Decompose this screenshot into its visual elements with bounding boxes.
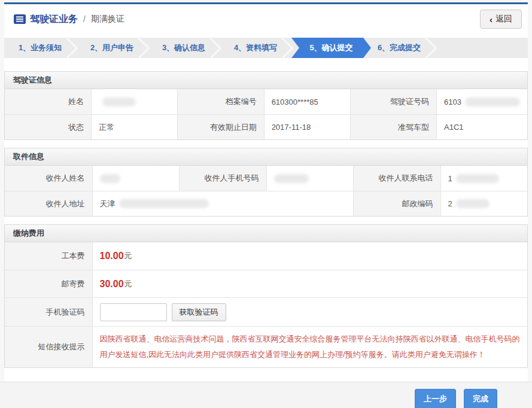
field-value-mail-fee: 30.00元	[92, 270, 528, 297]
field-label-license-number: 驾驶证号码	[350, 89, 436, 114]
step-2-user-declaration[interactable]: 2、用户申告	[76, 38, 148, 58]
footer-actions: 上一步 完成	[0, 382, 532, 408]
field-label-recipient-mobile: 收件人手机号码	[179, 166, 266, 191]
step-label: 6、完成提交	[378, 42, 421, 53]
previous-step-button[interactable]: 上一步	[415, 389, 456, 408]
step-6-complete-submit[interactable]: 6、完成提交	[363, 38, 435, 58]
step-label: 3、确认信息	[162, 42, 205, 53]
field-label-postal-code: 邮政编码	[353, 191, 440, 216]
field-value-recipient-mobile	[266, 166, 354, 191]
field-value-recipient-name	[92, 166, 180, 191]
redacted-value	[465, 98, 520, 106]
redacted-value	[456, 174, 499, 183]
section-title-pickup: 取件信息	[5, 148, 527, 166]
back-button-label: 返回	[495, 14, 512, 25]
step-label: 5、确认提交	[309, 42, 352, 53]
sms-code-input[interactable]	[100, 303, 167, 321]
field-value-file-number: 610300****85	[264, 89, 350, 114]
field-value-status: 正常	[91, 114, 177, 139]
section-license-info: 驾驶证信息 姓名 档案编号 610300****85 驾驶证号码 6103 状态…	[4, 71, 528, 140]
step-label: 2、用户申告	[90, 42, 133, 53]
value-text: 6103	[444, 98, 461, 106]
step-label: 1、业务须知	[19, 42, 62, 53]
field-label-file-number: 档案编号	[177, 89, 263, 114]
section-title-license: 驾驶证信息	[5, 72, 527, 89]
step-1-business-notice[interactable]: 1、业务须知	[4, 38, 76, 58]
field-label-expiry-date: 有效期止日期	[177, 114, 263, 139]
value-text: 610300****85	[272, 98, 318, 106]
breadcrumb-separator: /	[83, 14, 86, 24]
step-4-fill-data[interactable]: 4、资料填写	[220, 38, 291, 58]
redacted-value	[102, 98, 136, 106]
redacted-value	[456, 199, 490, 208]
field-value-vehicle-class: A1C1	[436, 114, 527, 139]
value-text: 2017-11-18	[272, 123, 311, 132]
field-sms-code: 获取验证码	[92, 297, 528, 326]
field-label-recipient-name: 收件人姓名	[5, 166, 92, 191]
field-label-sms-notice: 短信接收提示	[5, 326, 92, 367]
field-value-expiry-date: 2017-11-18	[264, 114, 350, 139]
section-pickup-info: 取件信息 收件人姓名 收件人手机号码 收件人联系电话 1 收件人地址 天津 邮政…	[4, 148, 528, 217]
field-label-recipient-address: 收件人地址	[5, 191, 92, 216]
value-text: 1	[448, 174, 452, 183]
work-fee-unit: 元	[124, 251, 132, 261]
work-fee-amount: 10.00	[100, 251, 124, 261]
field-label-recipient-phone: 收件人联系电话	[353, 166, 440, 191]
field-value-postal-code: 2	[440, 191, 528, 216]
field-value-license-number: 6103	[436, 89, 527, 114]
field-label-work-fee: 工本费	[5, 242, 92, 270]
breadcrumb: 驾驶证业务 / 期满换证	[14, 13, 124, 26]
wizard-steps: 1、业务须知 2、用户申告 3、确认信息 4、资料填写 5、确认提交 6、完成提…	[4, 38, 528, 58]
back-button[interactable]: ‹ 返回	[480, 10, 522, 29]
section-title-fees: 缴纳费用	[5, 225, 527, 242]
content: 驾驶证信息 姓名 档案编号 610300****85 驾驶证号码 6103 状态…	[4, 71, 528, 368]
field-label-status: 状态	[5, 114, 91, 139]
list-icon	[14, 14, 26, 24]
field-sms-notice: 因陕西省联通、电信运营商技术问题，陕西省互联网交通安全综合服务管理平台无法向持陕…	[92, 326, 528, 367]
step-5-confirm-submit-active[interactable]: 5、确认提交	[291, 38, 371, 58]
redacted-value	[274, 174, 309, 183]
value-text: 2	[448, 199, 452, 208]
steps-filler	[435, 38, 528, 58]
field-label-sms-code: 手机验证码	[5, 297, 92, 326]
redacted-value	[100, 174, 120, 183]
section-fees: 缴纳费用 工本费 10.00元 邮寄费 30.00元 手机验证码 获取验证码 短…	[4, 224, 528, 368]
field-value-name	[91, 89, 177, 114]
step-3-confirm-info[interactable]: 3、确认信息	[148, 38, 220, 58]
page-header: 驾驶证业务 / 期满换证 ‹ 返回	[4, 4, 528, 34]
mail-fee-unit: 元	[124, 279, 132, 290]
main-panel: 驾驶证业务 / 期满换证 ‹ 返回 1、业务须知 2、用户申告 3、确认信息 4…	[4, 2, 528, 382]
redacted-value	[119, 199, 209, 208]
value-text: 天津	[100, 199, 115, 209]
field-label-name: 姓名	[5, 89, 91, 114]
field-value-work-fee: 10.00元	[92, 242, 528, 270]
mail-fee-amount: 30.00	[100, 279, 124, 290]
value-text: A1C1	[444, 123, 464, 132]
finish-button[interactable]: 完成	[464, 389, 497, 408]
field-value-recipient-phone: 1	[440, 166, 528, 191]
value-text: 正常	[99, 122, 114, 133]
field-label-mail-fee: 邮寄费	[5, 270, 92, 297]
get-sms-code-button[interactable]: 获取验证码	[172, 303, 226, 321]
step-label: 4、资料填写	[234, 42, 277, 53]
page-title: 驾驶证业务	[30, 13, 78, 26]
sms-notice-text: 因陕西省联通、电信运营商技术问题，陕西省互联网交通安全综合服务管理平台无法向持陕…	[100, 329, 521, 365]
field-value-recipient-address: 天津	[92, 191, 354, 216]
field-label-vehicle-class: 准驾车型	[350, 114, 436, 139]
breadcrumb-current: 期满换证	[91, 14, 124, 25]
chevron-left-icon: ‹	[490, 15, 493, 24]
